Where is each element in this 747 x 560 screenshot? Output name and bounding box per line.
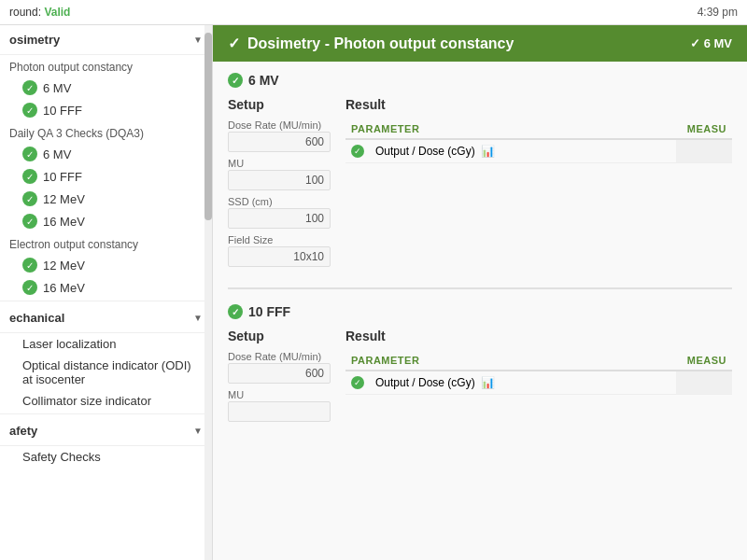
sidebar-item-collimator[interactable]: Collimator size indicator [0, 390, 212, 412]
scrollbar-thumb[interactable] [204, 33, 212, 220]
mu-label: MU [228, 158, 331, 169]
mechanical-label: echanical [9, 311, 64, 325]
chart-icon: 📊 [481, 145, 495, 158]
table-row: ✓ Output / Dose (cGy) 📊 [345, 139, 732, 163]
ssd-input[interactable] [228, 208, 331, 229]
sidebar-section-label: osimetry [9, 33, 60, 47]
scrollbar-track[interactable] [204, 25, 212, 560]
energy-section-10fff: ✓ 10 FFF Setup Dose Rate (MU/min) MU [213, 293, 747, 439]
status-value: Valid [44, 6, 70, 19]
sidebar-dosimetry-header[interactable]: osimetry ▼ [0, 25, 212, 55]
energy-body-6mv: Setup Dose Rate (MU/min) MU SSD (cm) [228, 97, 732, 273]
chevron-down-icon: ▼ [193, 426, 203, 436]
sidebar-item-6mv-photon[interactable]: ✓ 6 MV [0, 77, 212, 99]
panel-title: Dosimetry - Photon output constancy [247, 35, 514, 52]
valid-icon: ✓ [22, 280, 37, 295]
item-label: 10 FFF [43, 170, 82, 184]
badge-check-icon: ✓ [690, 36, 700, 50]
field-size-label: Field Size [228, 234, 331, 245]
setup-title: Setup [228, 329, 331, 343]
right-panel: ✓ Dosimetry - Photon output constancy ✓ … [213, 25, 747, 560]
item-label: 6 MV [43, 147, 71, 161]
valid-icon: ✓ [351, 376, 364, 389]
item-label: 12 MeV [43, 259, 85, 273]
param-cell: ✓ Output / Dose (cGy) 📊 [345, 139, 676, 163]
table-row: ✓ Output / Dose (cGy) 📊 [345, 371, 732, 395]
valid-icon: ✓ [351, 145, 364, 158]
energy-name: 10 FFF [248, 304, 290, 319]
valid-icon: ✓ [22, 103, 37, 118]
sidebar-item-12mev-electron[interactable]: ✓ 12 MeV [0, 254, 212, 276]
sidebar-safety-header[interactable]: afety ▼ [0, 416, 212, 446]
status-text: round: Valid [9, 6, 70, 19]
status-label: round: [9, 6, 41, 19]
sidebar-item-10fff-daily[interactable]: ✓ 10 FFF [0, 165, 212, 188]
field-size-input[interactable] [228, 246, 331, 267]
energy-section-6mv: ✓ 6 MV Setup Dose Rate (MU/min) MU [213, 62, 747, 284]
group-label-daily-qa: Daily QA 3 Checks (DQA3) [0, 121, 212, 143]
field-size-group: Field Size [228, 234, 331, 267]
mu-input[interactable] [228, 401, 331, 422]
energy-label-10fff: ✓ 10 FFF [228, 304, 732, 319]
valid-icon: ✓ [22, 214, 37, 229]
sidebar-item-6mv-daily[interactable]: ✓ 6 MV [0, 143, 212, 165]
result-table-10fff: PARAMETER MEASU ✓ Output / Dose (c [345, 351, 732, 395]
dose-rate-group: Dose Rate (MU/min) [228, 351, 331, 384]
item-label: Collimator size indicator [22, 394, 151, 408]
top-bar: round: Valid 4:39 pm [0, 0, 747, 25]
valid-icon: ✓ [22, 258, 37, 273]
item-label: 12 MeV [43, 192, 85, 206]
main-content: osimetry ▼ Photon output constancy ✓ 6 M… [0, 25, 747, 560]
sidebar-item-12mev-daily[interactable]: ✓ 12 MeV [0, 188, 212, 210]
dose-rate-input[interactable] [228, 132, 331, 152]
badge-label: 6 MV [704, 36, 732, 50]
col-measured: MEASU [676, 351, 732, 371]
sidebar-item-safety-checks[interactable]: Safety Checks [0, 446, 212, 468]
result-table-6mv: PARAMETER MEASU ✓ Output / Dose (c [345, 119, 732, 163]
item-label: Optical distance indicator (ODI) at isoc… [22, 358, 203, 386]
ssd-label: SSD (cm) [228, 196, 331, 207]
group-label-electron: Electron output constancy [0, 232, 212, 254]
sidebar-item-10fff-photon[interactable]: ✓ 10 FFF [0, 99, 212, 121]
col-parameter: PARAMETER [345, 351, 676, 371]
sidebar: osimetry ▼ Photon output constancy ✓ 6 M… [0, 25, 213, 560]
sidebar-item-16mev-electron[interactable]: ✓ 16 MeV [0, 276, 212, 299]
col-parameter: PARAMETER [345, 119, 676, 139]
setup-title: Setup [228, 97, 331, 112]
item-label: Laser localization [22, 337, 116, 351]
header-check-icon: ✓ [228, 35, 240, 52]
sidebar-item-odi[interactable]: Optical distance indicator (ODI) at isoc… [0, 355, 212, 390]
mu-group: MU [228, 389, 331, 422]
chart-icon: 📊 [481, 376, 495, 389]
value-cell [676, 139, 732, 163]
panel-header: ✓ Dosimetry - Photon output constancy ✓ … [213, 25, 747, 62]
sidebar-item-laser[interactable]: Laser localization [0, 333, 212, 355]
energy-label-6mv: ✓ 6 MV [228, 73, 732, 88]
group-label-photon: Photon output constancy [0, 55, 212, 77]
result-box-10fff: Result PARAMETER MEASU [345, 329, 732, 427]
chevron-down-icon: ▼ [193, 35, 203, 45]
valid-icon: ✓ [228, 304, 243, 319]
item-label: Safety Checks [22, 450, 101, 464]
valid-icon: ✓ [22, 169, 37, 184]
valid-icon: ✓ [22, 191, 37, 206]
dose-rate-input[interactable] [228, 363, 331, 384]
item-label: 16 MeV [43, 215, 85, 229]
mu-input[interactable] [228, 170, 331, 190]
sidebar-mechanical-header[interactable]: echanical ▼ [0, 303, 212, 333]
value-cell [676, 371, 732, 395]
mu-label: MU [228, 389, 331, 400]
param-name: Output / Dose (cGy) [375, 145, 475, 158]
mu-group: MU [228, 158, 331, 190]
setup-box-10fff: Setup Dose Rate (MU/min) MU [228, 329, 331, 427]
sidebar-item-16mev-daily[interactable]: ✓ 16 MeV [0, 210, 212, 232]
valid-icon: ✓ [22, 147, 37, 161]
col-measured: MEASU [676, 119, 732, 139]
param-cell: ✓ Output / Dose (cGy) 📊 [345, 371, 676, 395]
energy-name: 6 MV [248, 73, 279, 88]
ssd-group: SSD (cm) [228, 196, 331, 229]
dose-rate-group: Dose Rate (MU/min) [228, 119, 331, 152]
item-label: 10 FFF [43, 104, 82, 118]
result-title: Result [345, 97, 732, 112]
time-display: 4:39 pm [698, 6, 738, 19]
